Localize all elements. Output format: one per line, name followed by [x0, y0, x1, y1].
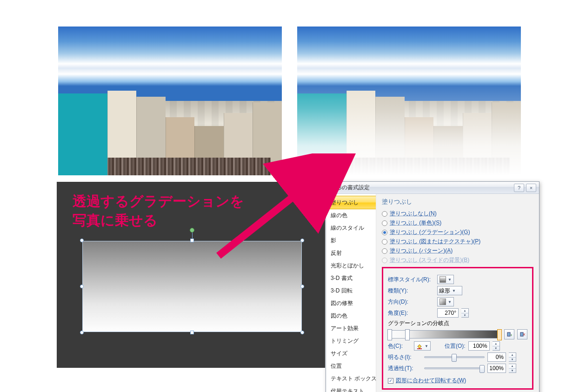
rotate-with-shape-checkbox[interactable]: ✓ [388, 378, 393, 384]
resize-handle-nw[interactable] [80, 239, 84, 242]
fill-option-slide-bg[interactable]: 塗りつぶし (スライドの背景)(B) [382, 256, 533, 264]
annotation-line2: 写真に乗せる [73, 213, 158, 228]
gradient-swatch-icon [440, 276, 446, 283]
angle-input[interactable]: 270° [437, 308, 459, 318]
gradient-stops-label: グラデーションの分岐点 [388, 319, 527, 327]
sidebar-item-position[interactable]: 位置 [326, 360, 376, 372]
dialog-titlebar[interactable]: 図形の書式設定 ? × [326, 182, 539, 194]
brightness-spinner[interactable]: ▲▼ [509, 352, 516, 362]
gradient-stop-1[interactable] [387, 329, 392, 340]
sidebar-item-reflection[interactable]: 反射 [326, 247, 376, 259]
resize-handle-w[interactable] [80, 285, 84, 288]
sidebar-item-size[interactable]: サイズ [326, 347, 376, 360]
original-photo [58, 27, 282, 175]
help-button[interactable]: ? [514, 184, 524, 192]
sidebar-item-shadow[interactable]: 影 [326, 234, 376, 247]
svg-text:×: × [523, 332, 525, 337]
position-spinner[interactable]: ▲▼ [493, 341, 500, 351]
rotate-with-shape-row[interactable]: ✓ 図形に合わせて回転する(W) [388, 377, 527, 385]
radio-icon[interactable] [382, 220, 387, 226]
result-photo [297, 27, 521, 175]
slider-thumb[interactable] [452, 354, 457, 362]
gradient-rectangle[interactable] [82, 241, 302, 332]
resize-handle-e[interactable] [300, 285, 304, 288]
remove-stop-icon: × [519, 332, 525, 337]
gradient-stops-track[interactable] [388, 330, 501, 339]
brightness-label: 明るさ(I): [388, 353, 421, 361]
svg-text:+: + [510, 333, 512, 337]
fill-option-solid[interactable]: 塗りつぶし (単色)(S) [382, 219, 533, 227]
color-dropdown[interactable]: ▼ [414, 341, 431, 351]
gradient-stop-2[interactable] [405, 329, 410, 340]
dialog-title: 図形の書式設定 [331, 184, 370, 192]
sidebar-item-textbox[interactable]: テキスト ボックス [326, 372, 376, 385]
transparency-input[interactable]: 100% [487, 364, 506, 373]
rotate-with-shape-label: 図形に合わせて回転する(W) [396, 377, 466, 385]
add-stop-button[interactable]: + [504, 329, 514, 339]
direction-label: 方向(D): [388, 298, 434, 306]
resize-handle-se[interactable] [300, 331, 304, 334]
rotation-connector [192, 233, 193, 239]
fill-option-pattern[interactable]: 塗りつぶし (パターン)(A) [382, 247, 533, 255]
resize-handle-sw[interactable] [80, 331, 84, 334]
resize-handle-s[interactable] [190, 331, 194, 334]
radio-icon[interactable] [382, 211, 387, 217]
selected-gradient-shape[interactable] [82, 241, 302, 332]
sidebar-item-alt-text[interactable]: 代替テキスト [326, 385, 376, 392]
fill-option-gradient[interactable]: 塗りつぶし (グラデーション)(G) [382, 228, 533, 236]
slide-editor: 透過するグラデーションを 写真に乗せる [57, 182, 325, 368]
dialog-main-pane: 塗りつぶし 塗りつぶしなし(N) 塗りつぶし (単色)(S) 塗りつぶし (グラ… [376, 194, 539, 392]
fill-option-picture[interactable]: 塗りつぶし (図またはテクスチャ)(P) [382, 238, 533, 246]
transparency-spinner[interactable]: ▲▼ [509, 364, 516, 373]
position-input[interactable]: 100% [468, 341, 490, 351]
radio-icon[interactable] [382, 248, 387, 254]
sidebar-item-picture-color[interactable]: 図の色 [326, 310, 376, 322]
radio-icon[interactable] [382, 258, 387, 263]
color-label: 色(C): [388, 342, 411, 350]
rotation-handle[interactable] [190, 228, 194, 233]
crowd [103, 158, 271, 175]
sidebar-item-artistic-effects[interactable]: アート効果 [326, 322, 376, 335]
sidebar-item-glow[interactable]: 光彩とぼかし [326, 259, 376, 272]
brightness-input[interactable]: 0% [487, 352, 506, 362]
annotation-line1: 透過するグラデーションを [73, 193, 244, 209]
gradient-type-dropdown[interactable]: 線形▼ [437, 286, 462, 295]
annotation-text: 透過するグラデーションを 写真に乗せる [73, 192, 309, 230]
position-label: 位置(O): [445, 342, 466, 350]
format-shape-dialog: 図形の書式設定 ? × 塗りつぶし 線の色 線のスタイル 影 反射 光彩とぼかし… [326, 181, 539, 392]
gradient-fade-overlay [297, 27, 521, 175]
resize-handle-n[interactable] [190, 239, 194, 242]
radio-icon[interactable] [382, 230, 387, 235]
dialog-sidebar: 塗りつぶし 線の色 線のスタイル 影 反射 光彩とぼかし 3-D 書式 3-D … [326, 194, 376, 392]
preset-label: 標準スタイル(R): [388, 276, 434, 284]
direction-dropdown[interactable]: ▼ [437, 297, 454, 306]
type-label: 種類(Y): [388, 287, 434, 295]
close-icon[interactable]: × [526, 184, 536, 192]
remove-stop-button[interactable]: × [517, 329, 527, 339]
direction-swatch-icon [440, 299, 446, 305]
radio-icon[interactable] [382, 239, 387, 245]
sidebar-item-picture-correction[interactable]: 図の修整 [326, 297, 376, 310]
gradient-stop-3[interactable] [497, 329, 502, 340]
paint-bucket-icon [416, 343, 423, 349]
resize-handle-ne[interactable] [300, 239, 304, 242]
sidebar-item-line-style[interactable]: 線のスタイル [326, 222, 376, 234]
sidebar-item-crop[interactable]: トリミング [326, 335, 376, 347]
transparency-slider[interactable] [424, 367, 485, 369]
sidebar-item-line-color[interactable]: 線の色 [326, 209, 376, 222]
brightness-slider[interactable] [424, 356, 485, 358]
slider-thumb[interactable] [479, 365, 485, 373]
angle-label: 角度(E): [388, 309, 434, 317]
fill-option-none[interactable]: 塗りつぶしなし(N) [382, 210, 533, 218]
gradient-settings-highlight: 標準スタイル(R): ▼ 種類(Y): 線形▼ 方向(D): ▼ [382, 267, 533, 390]
sidebar-item-3d-format[interactable]: 3-D 書式 [326, 272, 376, 285]
svg-rect-5 [417, 348, 422, 349]
add-stop-icon: + [506, 332, 512, 337]
fill-section-title: 塗りつぶし [382, 198, 533, 206]
transparency-label: 透過性(T): [388, 365, 421, 372]
preset-style-dropdown[interactable]: ▼ [437, 275, 454, 284]
sidebar-item-fill[interactable]: 塗りつぶし [326, 196, 376, 209]
angle-spinner[interactable]: ▲▼ [461, 308, 469, 318]
sidebar-item-3d-rotation[interactable]: 3-D 回転 [326, 285, 376, 297]
